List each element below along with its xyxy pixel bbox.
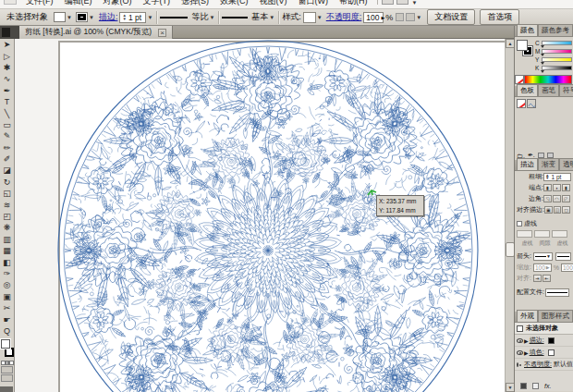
menu-1[interactable]: 文件(F) bbox=[20, 0, 59, 6]
cmyk-slider-M[interactable]: M bbox=[535, 47, 572, 55]
color-spectrum-bar[interactable] bbox=[524, 75, 572, 84]
zoom-tool[interactable]: Q bbox=[0, 325, 14, 337]
appearance-stroke-chip[interactable] bbox=[548, 337, 555, 344]
fill-stroke-indicator[interactable] bbox=[0, 337, 15, 361]
swatch-none[interactable] bbox=[517, 99, 526, 108]
appearance-fill-row[interactable]: 填色: bbox=[530, 348, 544, 357]
profile-select[interactable] bbox=[545, 288, 569, 297]
opacity-visibility-eye-icon[interactable] bbox=[517, 362, 518, 367]
menu-7[interactable]: 视图(V) bbox=[254, 0, 293, 6]
menu-4[interactable]: 文字(T) bbox=[138, 0, 177, 6]
delete-swatch-icon[interactable] bbox=[547, 153, 554, 158]
arrowhead-start-select[interactable]: ▼ bbox=[533, 252, 553, 261]
tab-color-guide[interactable]: 颜色参考 bbox=[538, 24, 573, 36]
new-stroke-icon[interactable] bbox=[520, 383, 527, 389]
align-options-icon[interactable] bbox=[406, 13, 415, 21]
new-fill-icon[interactable] bbox=[532, 383, 539, 389]
draw-mode-button[interactable] bbox=[1, 366, 13, 374]
menu-2[interactable]: 编辑(E) bbox=[59, 0, 98, 6]
artboard-tool[interactable]: ▣ bbox=[0, 291, 14, 302]
rectangle-tool[interactable]: ▭ bbox=[0, 119, 14, 130]
type-tool[interactable]: T bbox=[0, 96, 14, 107]
opacity-link[interactable]: 不透明度: bbox=[326, 11, 362, 23]
swatch-pattern[interactable] bbox=[527, 99, 536, 108]
fill-expand-arrow[interactable]: ▶ bbox=[524, 349, 529, 356]
rotate-tool[interactable]: ↻ bbox=[0, 177, 14, 188]
scale-tool[interactable]: ◱ bbox=[0, 188, 14, 199]
stroke-swatch[interactable] bbox=[5, 348, 14, 357]
none-color-swatch[interactable] bbox=[515, 75, 524, 84]
fill-color-swatch[interactable] bbox=[54, 12, 66, 22]
stroke-link[interactable]: 描边: bbox=[99, 11, 118, 23]
butt-cap-button[interactable]: ▮ bbox=[543, 184, 552, 191]
fill-visibility-eye-icon[interactable] bbox=[517, 350, 523, 355]
pencil-tool[interactable]: ✏ bbox=[0, 142, 14, 153]
projecting-cap-button[interactable]: ▮ bbox=[562, 184, 570, 191]
new-swatch-icon[interactable] bbox=[538, 153, 544, 158]
hand-tool[interactable]: ☛ bbox=[0, 313, 14, 325]
slice-tool[interactable]: ✂ bbox=[0, 302, 14, 313]
preferences-button[interactable]: 首选项 bbox=[480, 9, 519, 25]
symbol-sprayer-tool[interactable]: ❋ bbox=[0, 222, 14, 233]
magic-wand-tool[interactable]: ✱ bbox=[0, 62, 14, 73]
align-outside-button[interactable]: ◻ bbox=[562, 206, 570, 214]
none-mode-button[interactable] bbox=[9, 361, 14, 365]
cmyk-slider-K[interactable]: K bbox=[535, 64, 572, 72]
document-setup-button[interactable]: 文档设置 bbox=[427, 9, 475, 25]
opacity-field[interactable]: 100▶ bbox=[363, 12, 384, 23]
stroke-color-swatch[interactable] bbox=[76, 12, 88, 22]
stroke-weight-input[interactable]: ▲▼1 pt bbox=[543, 173, 571, 181]
fill-swatch[interactable] bbox=[1, 339, 10, 349]
line-segment-tool[interactable]: ╲ bbox=[0, 107, 14, 118]
round-join-button[interactable]: ◠ bbox=[553, 195, 561, 202]
direct-selection-tool[interactable]: ▷ bbox=[0, 50, 14, 61]
bevel-join-button[interactable]: ◸ bbox=[562, 195, 570, 202]
arrowhead-end-select[interactable] bbox=[555, 252, 571, 261]
align-inside-button[interactable]: ◫ bbox=[554, 206, 562, 214]
stroke-visibility-eye-icon[interactable] bbox=[517, 338, 523, 343]
eyedropper-tool[interactable]: ✑ bbox=[0, 268, 14, 279]
cmyk-slider-Y[interactable]: Y bbox=[535, 55, 572, 64]
column-graph-tool[interactable]: ▥ bbox=[0, 234, 14, 245]
swatch-libraries-icon[interactable]: 🗀. bbox=[517, 153, 525, 159]
screen-mode-button[interactable] bbox=[1, 374, 13, 382]
style-dropdown[interactable]: ▼ bbox=[317, 15, 323, 20]
round-cap-button[interactable]: ◗ bbox=[553, 184, 561, 191]
cmyk-slider-C[interactable]: C bbox=[535, 39, 572, 47]
align-center-button[interactable]: ▣ bbox=[544, 206, 553, 214]
tab-close-icon[interactable]: × bbox=[158, 29, 166, 37]
style-field[interactable] bbox=[303, 12, 316, 23]
bridge-icon[interactable] bbox=[382, 0, 394, 5]
dashed-checkbox[interactable] bbox=[517, 221, 522, 227]
document-tab[interactable]: 剪纸 [转换].ai @ 100% (CMYK/预览) × bbox=[19, 26, 173, 39]
paintbrush-tool[interactable]: ✎ bbox=[0, 130, 14, 141]
menu-8[interactable]: 窗口(W) bbox=[293, 0, 335, 6]
mesh-tool[interactable]: ▦ bbox=[0, 245, 14, 256]
stroke-weight-dropdown[interactable]: ▼ bbox=[147, 15, 152, 20]
appearance-stroke-row[interactable]: 描边: bbox=[530, 336, 544, 345]
gradient-tool[interactable]: ◧ bbox=[0, 256, 14, 267]
appearance-fill-chip[interactable] bbox=[548, 349, 555, 356]
vertical-scrollbar[interactable]: ▲ ▼ bbox=[505, 39, 514, 392]
arrange-documents-icon[interactable] bbox=[396, 0, 408, 5]
swatch-kind-icon[interactable]: ✒. bbox=[528, 152, 535, 159]
pen-tool[interactable]: ✒ bbox=[0, 85, 14, 96]
smooth-tool[interactable]: ✐ bbox=[0, 153, 14, 165]
canvas-area[interactable] bbox=[15, 39, 505, 392]
stroke-expand-arrow[interactable]: ▶ bbox=[524, 337, 529, 344]
selection-tool[interactable]: ➤ bbox=[0, 39, 14, 50]
width-tool[interactable]: ≋ bbox=[0, 199, 14, 210]
appearance-opacity-row[interactable]: 不透明度: bbox=[524, 360, 552, 369]
recolor-artwork-icon[interactable] bbox=[396, 13, 404, 21]
menu-5[interactable]: 选择(S) bbox=[176, 0, 214, 6]
color-fill-proxy[interactable] bbox=[517, 40, 528, 51]
tab-color[interactable]: 颜色 bbox=[517, 24, 538, 36]
lasso-tool[interactable]: ∿ bbox=[0, 73, 14, 84]
add-effect-icon[interactable]: fx. bbox=[544, 383, 551, 389]
fill-dropdown-arrow[interactable]: ▼ bbox=[67, 15, 72, 20]
menu-3[interactable]: 对象(O) bbox=[98, 0, 138, 6]
menu-6[interactable]: 效果(C) bbox=[214, 0, 254, 6]
width-profile-dropdown[interactable]: ▼ bbox=[209, 15, 214, 20]
free-transform-tool[interactable]: ◰ bbox=[0, 211, 14, 222]
stroke-weight-field[interactable]: ▲▼1 pt bbox=[119, 12, 146, 23]
